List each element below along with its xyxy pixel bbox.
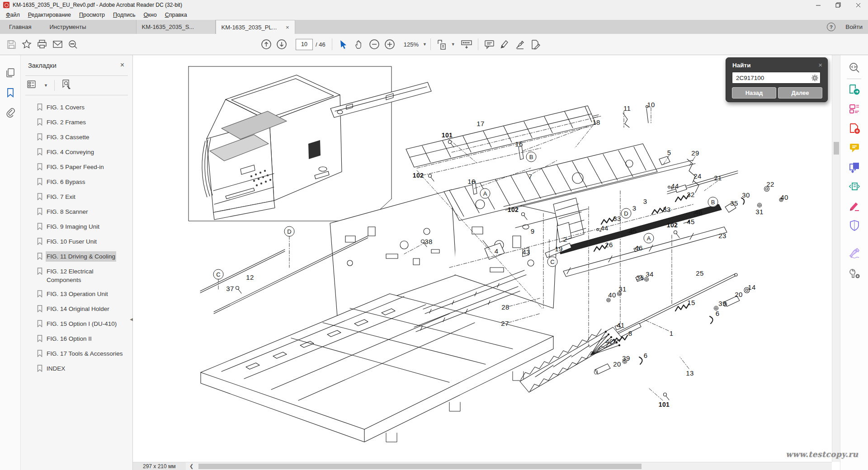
email-button[interactable] xyxy=(50,37,65,52)
scroll-mode-button[interactable] xyxy=(459,37,474,52)
bookmark-item[interactable]: FIG. 4 Conveying xyxy=(21,148,132,163)
bookmarks-icon[interactable] xyxy=(4,86,17,99)
bookmark-options-caret-icon[interactable]: ▼ xyxy=(44,83,48,88)
finned-duct xyxy=(406,106,596,167)
bookmark-item[interactable]: FIG. 12 Electrical Components xyxy=(21,267,132,290)
sign-pen-button[interactable] xyxy=(513,37,528,52)
bookmark-item[interactable]: INDEX xyxy=(21,364,132,379)
horizontal-scrollbar-thumb[interactable] xyxy=(198,464,642,469)
attachments-icon[interactable] xyxy=(4,106,17,119)
star-button[interactable] xyxy=(19,37,34,52)
combine-files-icon[interactable] xyxy=(847,160,862,174)
menu-item[interactable]: Файл xyxy=(2,11,24,19)
select-tool-button[interactable] xyxy=(336,37,351,52)
sign-in-button[interactable]: Войти xyxy=(845,24,863,30)
tab-home[interactable]: Главная xyxy=(0,20,40,34)
tab-document-2[interactable]: KM-1635_2035_PL... × xyxy=(216,20,295,34)
tab-tools[interactable]: Инструменты xyxy=(40,20,95,34)
bookmark-item[interactable]: FIG. 8 Scanner xyxy=(21,207,132,222)
bookmark-item[interactable]: FIG. 9 Imaging Unit xyxy=(21,222,132,237)
search-tools-icon[interactable] xyxy=(847,61,862,75)
tab-document-1[interactable]: KM-1635_2035_S... xyxy=(136,20,216,34)
bookmark-options-icon[interactable] xyxy=(27,80,38,91)
bookmarks-panel: Закладки × ▼ FIG. 1 CoversFIG. 2 FramesF… xyxy=(21,55,133,470)
previous-page-button[interactable] xyxy=(259,37,274,52)
bookmarks-title: Закладки xyxy=(28,62,57,69)
document-page[interactable]: 1011710216B16A71811105292444322122403035… xyxy=(133,55,832,462)
hand-tool-button[interactable] xyxy=(351,37,367,52)
bookmark-item[interactable]: FIG. 2 Frames xyxy=(21,118,132,133)
zoom-level-label: 125% xyxy=(404,41,419,48)
menu-item[interactable]: Окно xyxy=(140,11,161,19)
more-tools-icon[interactable] xyxy=(847,266,862,280)
find-dialog: Найти × Назад Далее xyxy=(726,57,828,102)
bookmark-icon xyxy=(37,238,42,247)
edit-pdf-icon[interactable] xyxy=(847,102,862,116)
bookmark-item[interactable]: FIG. 13 Operation Unit xyxy=(21,290,132,305)
bookmark-icon xyxy=(37,163,42,172)
window-close-button[interactable] xyxy=(848,0,868,10)
find-back-button[interactable]: Назад xyxy=(732,87,776,99)
find-search-input[interactable] xyxy=(732,72,821,84)
next-page-button[interactable] xyxy=(274,37,289,52)
bookmark-item[interactable]: FIG. 15 Option I (DU-410) xyxy=(21,320,132,334)
window-restore-button[interactable] xyxy=(828,0,848,10)
page-count-label: / 46 xyxy=(316,41,326,48)
page-fit-button[interactable] xyxy=(434,37,450,52)
protect-icon[interactable] xyxy=(847,218,862,233)
vertical-scrollbar[interactable] xyxy=(832,55,840,462)
bookmark-item[interactable]: FIG. 5 Paper Feed-in xyxy=(21,163,132,178)
fill-sign-button[interactable] xyxy=(528,37,543,52)
help-icon[interactable]: ? xyxy=(827,23,835,31)
bookmark-item[interactable]: FIG. 6 Bypass xyxy=(21,178,132,193)
bookmark-item[interactable]: FIG. 10 Fuser Unit xyxy=(21,237,132,252)
menu-item[interactable]: Редактирование xyxy=(24,11,75,19)
find-button[interactable] xyxy=(65,37,80,52)
menu-item[interactable]: Просмотр xyxy=(75,11,109,19)
print-button[interactable] xyxy=(34,37,50,52)
bookmark-label: FIG. 9 Imaging Unit xyxy=(47,222,99,231)
bookmark-item[interactable]: FIG. 17 Tools & Accessories xyxy=(21,349,132,364)
find-settings-gear-icon[interactable] xyxy=(811,75,818,83)
menu-item[interactable]: Подпись xyxy=(109,11,139,19)
bookmark-item[interactable]: FIG. 16 Option II xyxy=(21,334,132,349)
bookmark-label: FIG. 3 Cassette xyxy=(47,133,90,141)
vertical-scrollbar-thumb[interactable] xyxy=(834,142,839,155)
comment-button[interactable] xyxy=(482,37,497,52)
window-title: KM-1635_2035_PL_EU_Rev0.pdf - Adobe Acro… xyxy=(13,2,182,8)
bookmarks-close-icon[interactable]: × xyxy=(120,61,124,69)
find-next-button[interactable]: Далее xyxy=(778,87,822,99)
zoom-in-button[interactable] xyxy=(382,37,397,52)
bookmark-item[interactable]: FIG. 3 Cassette xyxy=(21,133,132,148)
bookmark-icon xyxy=(37,178,42,187)
bookmark-item[interactable]: FIG. 14 Original Holder xyxy=(21,305,132,320)
highlight-button[interactable] xyxy=(497,37,513,52)
page-fit-caret-icon[interactable]: ▼ xyxy=(451,42,455,47)
tab-close-icon[interactable]: × xyxy=(286,24,289,30)
bookmark-label: FIG. 6 Bypass xyxy=(47,178,85,186)
find-current-bookmark-icon[interactable] xyxy=(61,80,72,91)
zoom-out-button[interactable] xyxy=(367,37,382,52)
bookmark-label: FIG. 15 Option I (DU-410) xyxy=(47,320,117,328)
hscroll-left-arrow[interactable]: ❮ xyxy=(186,463,198,469)
bookmark-item[interactable]: FIG. 7 Exit xyxy=(21,193,132,207)
certificates-icon[interactable] xyxy=(847,246,862,260)
page-number-input[interactable] xyxy=(296,39,313,50)
document-bottom-bar: 297 x 210 мм ❮ xyxy=(133,462,832,470)
zoom-caret-icon[interactable]: ▼ xyxy=(423,42,427,47)
organize-pages-icon[interactable] xyxy=(847,179,862,194)
menu-item[interactable]: Справка xyxy=(161,11,191,19)
bookmark-label: FIG. 5 Paper Feed-in xyxy=(47,163,104,171)
bookmark-item[interactable]: FIG. 1 Covers xyxy=(21,103,132,118)
window-minimize-button[interactable] xyxy=(808,0,828,10)
page-thumbnails-icon[interactable] xyxy=(4,66,17,80)
export-pdf-icon[interactable] xyxy=(847,82,862,97)
bookmark-item[interactable]: FIG. 11 Driving & Cooling xyxy=(21,252,132,267)
bookmark-label: FIG. 10 Fuser Unit xyxy=(47,237,97,246)
find-close-icon[interactable]: × xyxy=(818,61,822,69)
comment-tool-icon[interactable] xyxy=(847,141,862,155)
fill-sign-tool-icon[interactable] xyxy=(847,199,862,213)
save-button[interactable] xyxy=(4,37,19,52)
create-pdf-icon[interactable] xyxy=(847,121,862,136)
main-toolbar: / 46 125% ▼ ▼ xyxy=(0,34,868,55)
